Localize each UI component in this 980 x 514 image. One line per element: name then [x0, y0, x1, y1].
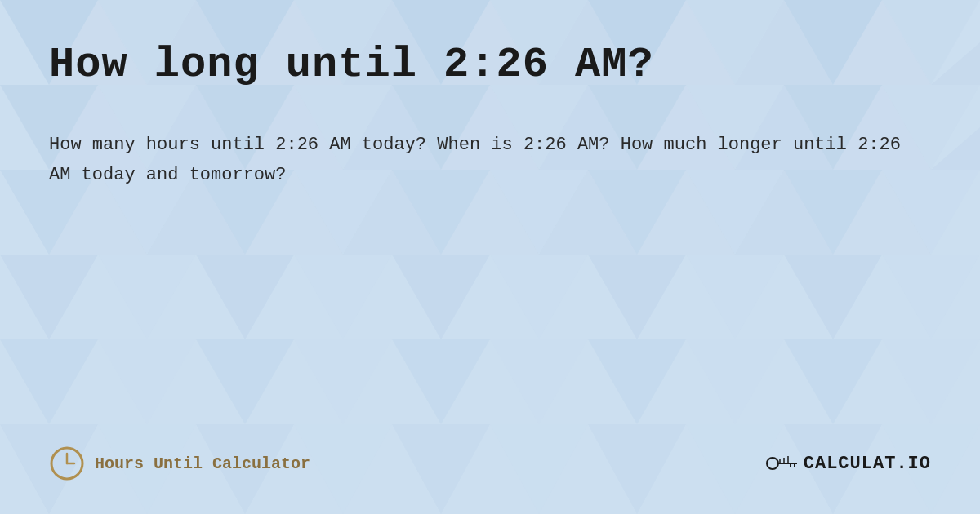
page-title: How long until 2:26 AM?	[49, 41, 931, 89]
logo-text: CALCULAT.IO	[804, 454, 931, 474]
page-description: How many hours until 2:26 AM today? When…	[49, 130, 906, 191]
svg-point-93	[767, 458, 778, 469]
footer-brand: Hours Until Calculator	[49, 445, 310, 481]
logo-icon	[766, 451, 799, 476]
footer-logo: CALCULAT.IO	[766, 451, 931, 476]
clock-icon	[49, 445, 85, 481]
brand-label: Hours Until Calculator	[95, 454, 310, 473]
footer: Hours Until Calculator CALCULAT.IO	[49, 429, 931, 481]
